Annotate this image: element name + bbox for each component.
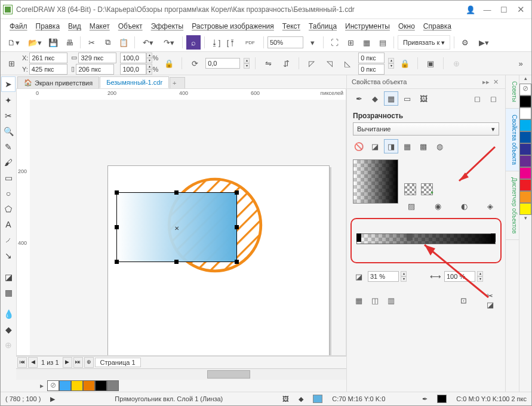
pal-9[interactable] <box>519 203 531 215</box>
node-opacity-1[interactable]: 31 % <box>368 271 399 282</box>
x-input[interactable]: 261 пкс <box>29 53 67 63</box>
ruler-horizontal[interactable]: 0 200 400 600 пикселей <box>30 89 346 100</box>
panel-opt2[interactable]: ◻ <box>486 91 500 106</box>
corner-2[interactable]: ◹ <box>322 56 337 70</box>
more-tools[interactable]: ⊕ <box>2 338 15 352</box>
corner-3[interactable]: ◺ <box>340 56 355 70</box>
menu-edit[interactable]: Правка <box>32 22 64 30</box>
h-scrollbar[interactable] <box>16 368 346 380</box>
page-first[interactable]: ⏮ <box>17 357 27 368</box>
target-outline[interactable]: ◫ <box>368 293 382 307</box>
y-input[interactable]: 425 пкс <box>29 64 67 75</box>
pal-7[interactable] <box>519 179 531 191</box>
flip-v[interactable]: ⇵ <box>279 56 293 70</box>
palette-up[interactable]: ▴ <box>519 75 531 84</box>
sy-spinner[interactable]: ▴▾ <box>146 64 152 75</box>
connector-tool[interactable]: ↘ <box>2 248 15 263</box>
gradient-preview[interactable] <box>353 159 398 204</box>
pal-8[interactable] <box>519 191 531 203</box>
frame-tab-icon[interactable]: ▭ <box>400 91 414 106</box>
menu-layout[interactable]: Макет <box>85 22 114 30</box>
shape-tool[interactable]: ✦ <box>2 93 15 107</box>
ellipse-tool[interactable]: ○ <box>2 186 15 201</box>
panel-opt1[interactable]: ◻ <box>470 91 484 106</box>
menu-tools[interactable]: Инструменты <box>341 22 394 30</box>
menu-window[interactable]: Окно <box>394 22 419 30</box>
status-fill-icon[interactable]: ◆ <box>299 395 303 403</box>
fullscreen-button[interactable]: ⛶ <box>327 35 342 50</box>
corner-1[interactable]: ◸ <box>305 56 319 70</box>
rot-input[interactable]: 0,0 <box>205 58 240 69</box>
trans-bitmap[interactable]: ▩ <box>416 139 430 153</box>
pdf-button[interactable]: PDF <box>241 35 260 50</box>
page-next[interactable]: ▶ <box>63 357 72 368</box>
sx-spinner[interactable]: ▴▾ <box>146 53 152 63</box>
freehand-tool[interactable]: ✎ <box>2 140 15 154</box>
menu-effects[interactable]: Эффекты <box>147 22 188 30</box>
copy-button[interactable]: ⧉ <box>100 35 115 50</box>
rot-spinner[interactable]: ▴▾ <box>244 58 250 69</box>
launch-button[interactable]: ▶▾ <box>474 35 493 50</box>
menu-table[interactable]: Таблица <box>305 22 341 30</box>
zoom-dropdown[interactable]: ▾ <box>305 35 319 50</box>
shadow-tool[interactable]: ◪ <box>2 270 15 284</box>
grid-button[interactable]: ▦ <box>359 35 374 50</box>
page-last[interactable]: ⏭ <box>73 357 83 368</box>
lock-ratio[interactable]: 🔒 <box>162 56 176 70</box>
grad-square[interactable]: ◈ <box>483 199 497 213</box>
trans-fountain[interactable]: ◨ <box>384 139 398 153</box>
pal-0[interactable] <box>519 96 531 107</box>
text-tool[interactable]: A <box>2 217 15 232</box>
outline-w[interactable]: 0 пкс <box>358 53 385 63</box>
zoom-tool[interactable]: 🔍 <box>2 124 15 139</box>
user-icon[interactable]: 👤 <box>462 3 479 16</box>
vtab-objmgr[interactable]: Диспетчер объектов <box>506 171 519 240</box>
menu-view[interactable]: Вид <box>64 22 85 30</box>
more-button[interactable]: » <box>513 56 528 70</box>
palette-down[interactable]: ▾ <box>519 215 531 223</box>
save-button[interactable]: 💾 <box>46 35 60 50</box>
pal-2[interactable] <box>519 119 531 131</box>
canvas[interactable]: 0 200 400 600 пикселей 200 400 ✕ <box>16 88 346 356</box>
opac2-spin[interactable]: ▴▾ <box>477 271 483 282</box>
docpal-none[interactable]: ⊘ <box>47 380 59 391</box>
trans-none[interactable]: 🚫 <box>352 139 366 153</box>
dimension-tool[interactable]: ⟋ <box>2 233 15 247</box>
status-fill-swatch[interactable] <box>313 395 322 403</box>
rectangle-object[interactable]: ✕ <box>116 192 237 262</box>
crop-tool[interactable]: ✂ <box>2 109 15 123</box>
freeze-button[interactable]: ⊡ <box>456 293 471 307</box>
fill-tab-icon[interactable]: ◆ <box>368 91 382 106</box>
outline-spin[interactable]: ▴▾ <box>388 58 394 69</box>
rulers-button[interactable]: ⊞ <box>343 35 358 50</box>
cut-button[interactable]: ✂ <box>84 35 99 50</box>
target-both[interactable]: ▥ <box>384 293 398 307</box>
panel-dock[interactable]: ▸▸ <box>481 78 491 86</box>
pal-5[interactable] <box>519 155 531 167</box>
ruler-corner[interactable] <box>17 89 30 100</box>
trans-texture[interactable]: ◍ <box>432 139 447 153</box>
export-button[interactable]: [⭱ <box>225 35 239 50</box>
page-prev[interactable]: ◀ <box>28 357 38 368</box>
gradient-slider[interactable] <box>356 233 496 251</box>
w-input[interactable]: 329 пкс <box>78 53 116 63</box>
paste-button[interactable]: 📋 <box>116 35 131 50</box>
tab-new[interactable]: + <box>170 77 185 88</box>
import-button[interactable]: ⭳] <box>208 35 223 50</box>
pal-4[interactable] <box>519 143 531 155</box>
artistic-tool[interactable]: 🖌 <box>2 155 15 170</box>
menu-object[interactable]: Объект <box>114 22 147 30</box>
menu-bitmap[interactable]: Растровые изображения <box>187 22 278 30</box>
pal-6[interactable] <box>519 167 531 179</box>
page-tab[interactable]: Страница 1 <box>95 358 141 367</box>
zoom-input[interactable]: 50% <box>267 36 303 48</box>
trans-uniform[interactable]: ◪ <box>368 139 382 153</box>
trans-pattern[interactable]: ▦ <box>400 139 414 153</box>
status-outline-icon[interactable]: ✒ <box>422 395 428 403</box>
vtab-hints[interactable]: Советы <box>506 75 519 109</box>
wrap-button[interactable]: ▣ <box>423 56 438 70</box>
docpal-5[interactable] <box>107 380 119 391</box>
tab-document[interactable]: Безымянный-1.cdr <box>100 76 169 88</box>
outline-tab-icon[interactable]: ✒ <box>352 91 366 106</box>
snap-button[interactable]: Привязать к ▾ <box>398 35 450 50</box>
